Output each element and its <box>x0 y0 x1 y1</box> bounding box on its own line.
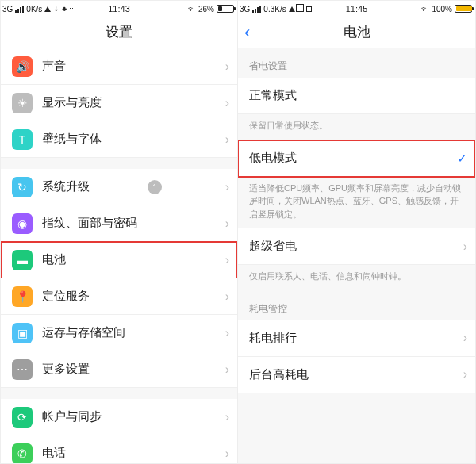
check-icon: ✓ <box>457 151 467 166</box>
row-super-save[interactable]: 超级省电 › <box>238 228 475 265</box>
nav-bar: ‹ 电池 <box>238 17 475 48</box>
battery-icon: ▬ <box>12 250 33 270</box>
row-label: 壁纸与字体 <box>42 132 102 147</box>
page-title: 设置 <box>106 23 132 41</box>
nav-bar: 设置 <box>1 17 237 48</box>
row-location[interactable]: 📍 定位服务 › <box>1 278 237 315</box>
row-label: 低电模式 <box>249 151 297 166</box>
row-upgrade[interactable]: ↻ 系统升级 1 › <box>1 169 237 205</box>
more-icon: ⋯ <box>12 359 33 380</box>
chevron-right-icon: › <box>221 447 229 461</box>
row-label: 后台高耗电 <box>249 367 309 382</box>
battery-settings[interactable]: 省电设置 正常模式 保留日常使用状态。 低电模式 ✓ 适当降低CPU频率、GPU… <box>238 48 475 463</box>
section-power-mgmt: 耗电管控 <box>238 291 475 320</box>
chevron-right-icon: › <box>459 240 467 254</box>
row-low-power[interactable]: 低电模式 ✓ <box>238 140 475 177</box>
chevron-right-icon: › <box>459 331 467 345</box>
low-power-desc: 适当降低CPU频率、GPU频率和屏幕亮度，减少自动锁屏时间，关闭WLAN热点、蓝… <box>238 177 475 229</box>
battery-icon <box>217 5 234 13</box>
phone-icon: ✆ <box>12 443 33 464</box>
clock-label: 11:45 <box>238 4 475 13</box>
row-storage[interactable]: ▣ 运存与存储空间 › <box>1 315 237 351</box>
status-bar: 3G 0K/s ⇣ ♣ ⋯ 11:43 ᯤ 26% <box>1 1 237 17</box>
chevron-right-icon: › <box>221 290 229 304</box>
row-biometric[interactable]: ◉ 指纹、面部与密码 › <box>1 205 237 242</box>
status-bar: 3G 0.3K/s 11:45 ᯤ 100% <box>238 1 475 17</box>
battery-icon <box>455 5 472 13</box>
settings-list[interactable]: 🔊 声音 › ☀ 显示与亮度 › T 壁纸与字体 › ↻ 系统升级 1 › <box>1 48 237 463</box>
super-save-desc: 仅启用联系人、电话、信息和闹钟时钟。 <box>238 265 475 291</box>
row-label: 正常模式 <box>249 88 297 103</box>
row-label: 电池 <box>42 252 66 267</box>
upgrade-icon: ↻ <box>12 177 33 197</box>
wallpaper-icon: T <box>12 129 33 150</box>
chevron-right-icon: › <box>221 132 229 147</box>
row-display[interactable]: ☀ 显示与亮度 › <box>1 85 237 121</box>
page-title: 电池 <box>344 23 370 41</box>
chevron-right-icon: › <box>221 326 229 340</box>
row-battery[interactable]: ▬ 电池 › <box>1 242 237 278</box>
row-label: 系统升级 <box>42 179 90 194</box>
chevron-right-icon: › <box>459 367 467 382</box>
row-label: 帐户与同步 <box>42 409 102 424</box>
settings-phone: 3G 0K/s ⇣ ♣ ⋯ 11:43 ᯤ 26% 设置 🔊 声音 › <box>1 1 238 463</box>
fingerprint-icon: ◉ <box>12 213 33 234</box>
location-icon: 📍 <box>12 286 33 307</box>
battery-detail-phone: 3G 0.3K/s 11:45 ᯤ 100% ‹ 电池 省电设置 正常模式 <box>238 1 475 463</box>
row-power-rank[interactable]: 耗电排行 › <box>238 320 475 357</box>
sound-icon: 🔊 <box>12 56 33 77</box>
clock-label: 11:43 <box>1 4 237 13</box>
display-icon: ☀ <box>12 93 33 113</box>
row-label: 运存与存储空间 <box>42 325 125 340</box>
chevron-right-icon: › <box>221 410 229 424</box>
chevron-right-icon: › <box>221 59 229 74</box>
storage-icon: ▣ <box>12 323 33 343</box>
row-label: 声音 <box>42 59 66 74</box>
row-phone-app[interactable]: ✆ 电话 › <box>1 435 237 463</box>
chevron-right-icon: › <box>221 96 229 110</box>
row-more[interactable]: ⋯ 更多设置 › <box>1 351 237 388</box>
row-label: 显示与亮度 <box>42 95 102 110</box>
row-label: 更多设置 <box>42 362 90 377</box>
row-sound[interactable]: 🔊 声音 › <box>1 48 237 85</box>
chevron-right-icon: › <box>221 217 229 231</box>
section-power-saving: 省电设置 <box>238 48 475 78</box>
row-label: 超级省电 <box>249 239 297 254</box>
normal-mode-desc: 保留日常使用状态。 <box>238 114 475 140</box>
row-label: 耗电排行 <box>249 331 297 346</box>
chevron-right-icon: › <box>221 253 229 267</box>
row-label: 定位服务 <box>42 289 90 304</box>
row-bg-high[interactable]: 后台高耗电 › <box>238 357 475 393</box>
chevron-right-icon: › <box>221 180 229 194</box>
row-wallpaper[interactable]: T 壁纸与字体 › <box>1 121 237 158</box>
row-label: 指纹、面部与密码 <box>42 216 137 231</box>
row-account[interactable]: ⟳ 帐户与同步 › <box>1 399 237 435</box>
chevron-right-icon: › <box>221 362 229 377</box>
badge: 1 <box>148 180 162 194</box>
row-label: 电话 <box>42 446 66 461</box>
sync-icon: ⟳ <box>12 407 33 428</box>
row-normal-mode[interactable]: 正常模式 <box>238 78 475 114</box>
